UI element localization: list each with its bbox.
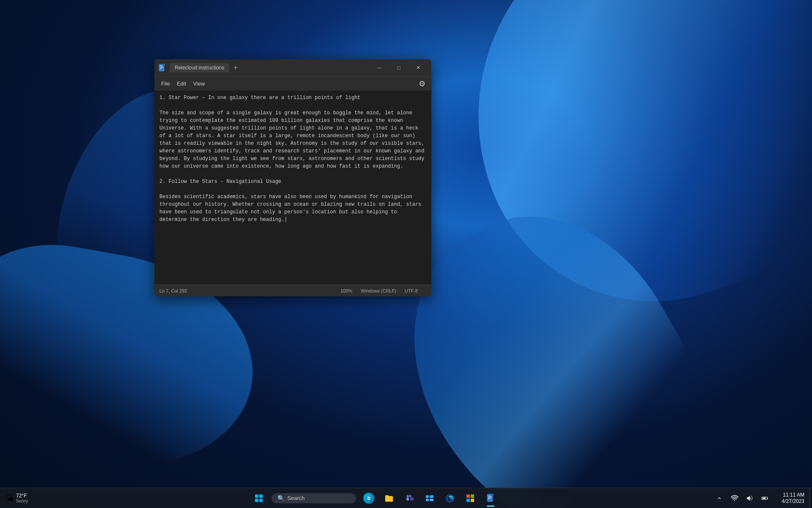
svg-rect-26: [763, 497, 766, 499]
store-button[interactable]: [461, 489, 480, 508]
clock-time: 11:11 AM: [783, 492, 804, 499]
bing-icon: b: [363, 493, 374, 504]
svg-rect-17: [466, 499, 470, 502]
text-editor-area[interactable]: 1. Star Power - In one galaxy there are …: [154, 91, 431, 284]
svg-point-9: [409, 495, 411, 497]
svg-rect-4: [162, 64, 165, 66]
search-bar[interactable]: 🔍 Search: [272, 493, 356, 503]
menu-bar: File Edit View ⚙: [154, 76, 431, 91]
weather-widget[interactable]: 🌤 72°F Sunny: [0, 493, 42, 503]
text-content: 1. Star Power - In one galaxy there are …: [159, 94, 426, 224]
system-tray: [708, 491, 777, 505]
close-button[interactable]: ✕: [409, 61, 428, 75]
network-icon[interactable]: [728, 491, 741, 505]
svg-rect-6: [259, 494, 263, 498]
notepad-app-icon: [158, 64, 166, 72]
clock-date: 4/27/2023: [782, 498, 804, 504]
menu-edit[interactable]: Edit: [173, 79, 189, 88]
notepad-window: Relecloud instructions + ─ □ ✕ File Edit…: [154, 59, 431, 296]
start-button[interactable]: [250, 489, 268, 508]
svg-rect-22: [488, 498, 491, 499]
zoom-level[interactable]: 100%: [340, 288, 352, 293]
teams-button[interactable]: [400, 489, 419, 508]
minimize-button[interactable]: ─: [370, 61, 389, 75]
svg-rect-18: [471, 499, 474, 502]
svg-rect-15: [466, 494, 470, 498]
svg-rect-12: [426, 499, 429, 501]
weather-temp: 72°F: [16, 493, 28, 499]
menu-view[interactable]: View: [189, 79, 208, 88]
svg-point-24: [734, 500, 735, 501]
encoding[interactable]: UTF-8: [405, 288, 418, 293]
weather-icon: 🌤: [5, 493, 14, 503]
taskbar-center: 🔍 Search b: [42, 489, 708, 508]
tab-area: Relecloud instructions +: [170, 63, 370, 72]
menu-file[interactable]: File: [158, 79, 173, 88]
svg-rect-3: [160, 68, 162, 69]
svg-rect-2: [160, 67, 163, 68]
weather-condition: Sunny: [16, 499, 28, 503]
cursor-position: Ln 7, Col 292: [159, 288, 187, 293]
weather-info: 72°F Sunny: [16, 493, 28, 503]
tray-overflow-button[interactable]: [713, 491, 726, 505]
svg-rect-11: [426, 495, 429, 498]
svg-rect-5: [255, 494, 258, 498]
svg-rect-16: [471, 494, 474, 498]
search-label: Search: [287, 495, 304, 501]
svg-rect-13: [430, 495, 433, 498]
new-tab-button[interactable]: +: [231, 63, 240, 72]
svg-rect-14: [430, 499, 433, 501]
svg-rect-8: [259, 499, 263, 502]
edge-button[interactable]: [441, 489, 459, 508]
clock-area[interactable]: 11:11 AM 4/27/2023: [777, 492, 809, 505]
window-controls: ─ □ ✕: [370, 61, 428, 75]
svg-rect-7: [255, 499, 258, 502]
show-desktop-button[interactable]: [809, 488, 812, 508]
bing-button[interactable]: b: [359, 489, 378, 508]
line-ending[interactable]: Windows (CRLF): [361, 288, 396, 293]
taskbar: 🌤 72°F Sunny 🔍 Search: [0, 488, 812, 508]
notepad-taskbar-button[interactable]: [481, 489, 500, 508]
svg-point-10: [407, 495, 409, 497]
svg-rect-21: [488, 497, 492, 498]
battery-icon[interactable]: [758, 491, 772, 505]
settings-button[interactable]: ⚙: [416, 77, 428, 90]
maximize-button[interactable]: □: [389, 61, 409, 75]
volume-icon[interactable]: [743, 491, 757, 505]
file-explorer-button[interactable]: [380, 489, 398, 508]
desktop: Relecloud instructions + ─ □ ✕ File Edit…: [0, 0, 812, 508]
notepad-tab[interactable]: Relecloud instructions: [170, 63, 229, 72]
svg-rect-23: [491, 494, 494, 496]
search-icon: 🔍: [277, 495, 285, 502]
status-bar: Ln 7, Col 292 100% Windows (CRLF) UTF-8: [154, 284, 431, 296]
file-manager-button[interactable]: [420, 489, 439, 508]
title-bar: Relecloud instructions + ─ □ ✕: [154, 59, 431, 76]
